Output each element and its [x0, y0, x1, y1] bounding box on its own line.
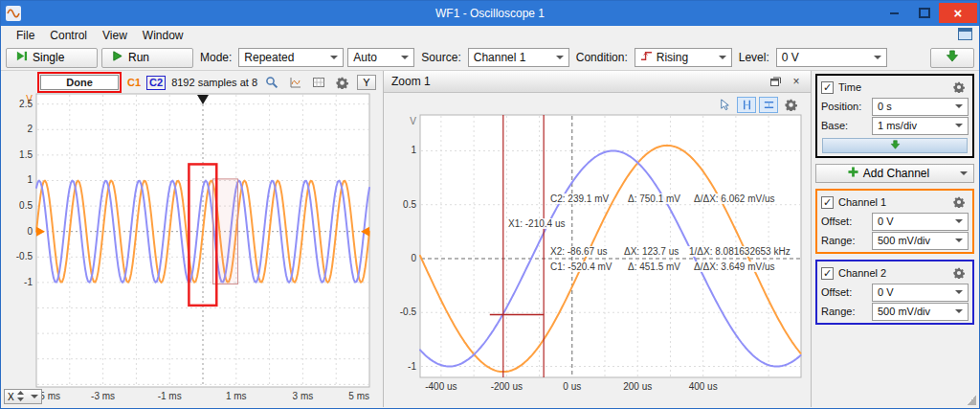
- x-tick-label: -400 us: [425, 381, 457, 392]
- zoom-plot[interactable]: V10.50-0.5-1-400 us-200 us0 us200 us400 …: [384, 94, 812, 409]
- close-button[interactable]: ×: [939, 3, 977, 23]
- application-window: WF1 - Oscilloscope 1 × File Control View…: [0, 0, 980, 409]
- titlebar[interactable]: WF1 - Oscilloscope 1 ×: [1, 1, 979, 26]
- x-tick-label: 200 us: [623, 381, 652, 392]
- y-tick-label: 0.5: [19, 200, 33, 211]
- menu-item-view[interactable]: View: [95, 27, 135, 44]
- float-window-icon[interactable]: [768, 75, 783, 88]
- time-position-select[interactable]: 0 s: [872, 98, 969, 116]
- y-tick-label: 2.5: [19, 99, 33, 109]
- y-axis-unit: V: [410, 116, 416, 126]
- y-cursors-icon[interactable]: [759, 97, 778, 113]
- base-label: Base:: [821, 120, 867, 131]
- gear-icon[interactable]: [949, 265, 969, 281]
- y-axis-button[interactable]: Y: [357, 75, 376, 90]
- channel2-panel: ✓ Channel 2 Offset: 0 V Range: 500 mV/di…: [815, 260, 974, 325]
- y-tick-label: 2: [27, 124, 33, 134]
- gear-icon[interactable]: [334, 75, 352, 91]
- toolbar: Single Run Mode: Repeated Auto Source: C…: [1, 45, 979, 71]
- add-channel-button[interactable]: Add Channel: [815, 164, 974, 183]
- scope-header: Done C1 C2 8192 samples at 8 Y: [2, 71, 383, 94]
- single-icon: [15, 50, 28, 65]
- chevron-down-icon: [330, 56, 338, 59]
- channel1-checkbox[interactable]: ✓: [821, 196, 834, 209]
- chevron-down-icon: [960, 171, 968, 175]
- maximize-button[interactable]: [909, 3, 939, 23]
- pointer-icon[interactable]: [715, 97, 734, 113]
- gear-icon[interactable]: [949, 194, 969, 210]
- x-tick-label: 5 ms: [348, 391, 369, 401]
- zoom-window-titlebar[interactable]: Zoom 1 ×: [384, 71, 812, 93]
- single-button[interactable]: Single: [6, 48, 98, 68]
- y-tick-label: -1: [24, 277, 33, 287]
- channel2-offset-select[interactable]: 0 V: [872, 284, 969, 302]
- run-icon: [111, 50, 123, 65]
- chevron-down-icon: [955, 239, 963, 242]
- menu-item-control[interactable]: Control: [42, 27, 95, 44]
- channel1-offset-select[interactable]: 0 V: [872, 213, 969, 231]
- gear-icon[interactable]: [949, 80, 969, 95]
- samples-info: 8192 samples at 8: [171, 77, 257, 88]
- status-highlight-box: Done: [37, 72, 122, 93]
- menu-item-window[interactable]: Window: [135, 27, 191, 44]
- magnifier-icon[interactable]: [263, 75, 281, 91]
- offset-label: Offset:: [821, 216, 867, 227]
- gear-icon[interactable]: [781, 97, 800, 113]
- x-cursors-icon[interactable]: [737, 97, 756, 113]
- close-zoom-icon[interactable]: ×: [789, 75, 804, 88]
- channel2-range-select[interactable]: 500 mV/div: [872, 303, 969, 321]
- time-expand-button[interactable]: [822, 138, 968, 153]
- y-tick-label: 1.5: [19, 149, 33, 160]
- time-base-select[interactable]: 1 ms/div: [872, 117, 969, 135]
- x-tick-label: 400 us: [689, 381, 718, 392]
- window-title: WF1 - Oscilloscope 1: [1, 7, 979, 20]
- trigger-mode-select[interactable]: Auto: [347, 48, 414, 67]
- chevron-down-icon: [401, 56, 409, 59]
- y-tick-label: 0: [27, 226, 33, 237]
- channel1-label: Channel 1: [838, 196, 886, 208]
- time-label: Time: [838, 81, 861, 93]
- menu-item-file[interactable]: File: [9, 27, 42, 44]
- y-tick-label: 0.5: [403, 199, 416, 210]
- y-tick-label: 1: [27, 174, 33, 185]
- scope-plot[interactable]: V2.521.510.50-0.5-1-5 ms-3 ms-1 ms1 ms3 …: [2, 92, 383, 409]
- channel1-panel: ✓ Channel 1 Offset: 0 V Range: 500 mV/di…: [815, 189, 974, 254]
- level-input[interactable]: 0 V: [776, 48, 887, 67]
- resize-grip[interactable]: [967, 396, 976, 405]
- menubar: File Control View Window: [1, 26, 979, 45]
- run-button[interactable]: Run: [101, 48, 193, 68]
- source-select[interactable]: Channel 1: [468, 48, 569, 67]
- trigger-options-button[interactable]: [930, 48, 974, 68]
- x-tick-label: 0 us: [563, 381, 581, 392]
- channel2-axis-label[interactable]: C2: [146, 76, 166, 90]
- chevron-down-icon: [955, 309, 963, 313]
- source-label: Source:: [421, 51, 460, 64]
- zoom-panel: Zoom 1 × V10.50-0.5-1-400 us-200 us0 us2…: [383, 71, 812, 407]
- time-panel: ✓ Time Position: 0 s Base: 1 ms/div: [815, 74, 974, 158]
- sidebar: ✓ Time Position: 0 s Base: 1 ms/div: [811, 71, 978, 407]
- level-label: Level:: [739, 51, 769, 64]
- spin-arrows-icon: [17, 391, 24, 403]
- chevron-down-icon: [955, 124, 963, 127]
- y-tick-label: 1: [411, 145, 416, 155]
- plot-view-icon[interactable]: [287, 75, 305, 91]
- channel1-range-select[interactable]: 500 mV/div: [872, 232, 969, 250]
- dock-icon[interactable]: [958, 28, 973, 41]
- scope-panel: Done C1 C2 8192 samples at 8 Y V2.521.51…: [2, 71, 383, 407]
- y-tick-label: -0.5: [400, 307, 417, 317]
- minimize-button[interactable]: [880, 3, 909, 23]
- acquisition-status: Done: [40, 75, 119, 90]
- channel1-axis-label[interactable]: C1: [127, 77, 141, 88]
- mode-label: Mode:: [200, 51, 232, 64]
- plus-icon: [848, 167, 858, 180]
- channel2-checkbox[interactable]: ✓: [821, 267, 834, 280]
- mode-select[interactable]: Repeated: [238, 48, 344, 67]
- y-tick-label: 0: [411, 253, 416, 263]
- green-down-arrow-icon: [946, 50, 959, 65]
- x-axis-button[interactable]: X: [4, 389, 42, 404]
- grid-view-icon[interactable]: [310, 75, 328, 91]
- time-checkbox[interactable]: ✓: [821, 81, 834, 94]
- condition-select[interactable]: Rising: [635, 48, 732, 67]
- chevron-down-icon: [719, 56, 726, 59]
- chevron-down-icon: [874, 56, 881, 59]
